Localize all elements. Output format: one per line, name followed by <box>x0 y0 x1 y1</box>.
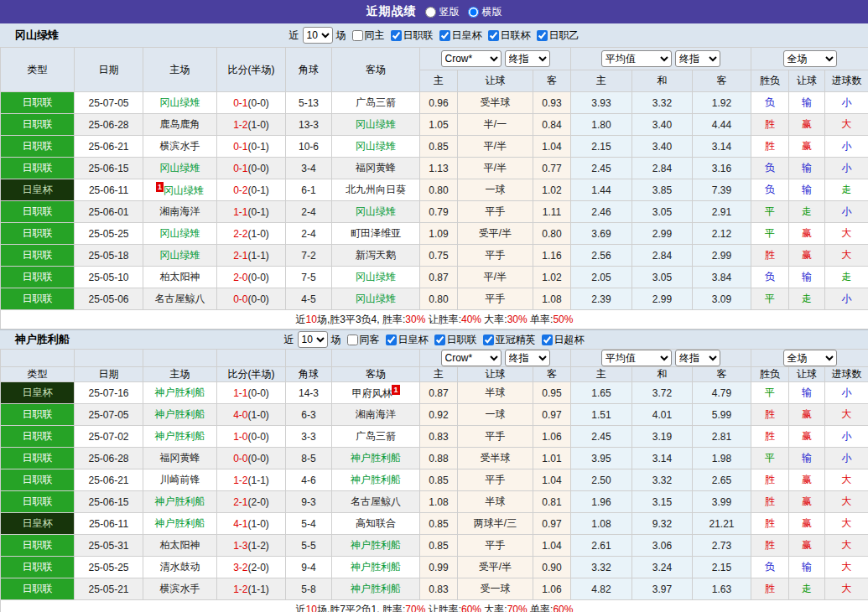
vertical-layout-radio[interactable] <box>425 7 436 18</box>
away-team-name[interactable]: 神户胜利船 <box>351 452 401 464</box>
away-team-name[interactable]: 冈山绿雉 <box>356 205 396 217</box>
away-team-name[interactable]: 福冈黄蜂 <box>356 162 396 174</box>
result-outcome-value: 胜 <box>765 249 775 261</box>
avg-away: 2.91 <box>693 201 751 223</box>
average-select[interactable]: 平均值 <box>601 350 672 366</box>
away-team-name[interactable]: 冈山绿雉 <box>356 118 396 130</box>
table-row: 日职联25-06-28福冈黄蜂0-0(0-0)8-5神户胜利船0.88受半球1.… <box>1 448 868 469</box>
avg-draw: 3.24 <box>632 557 693 578</box>
away-team-name[interactable]: 高知联合 <box>356 517 396 529</box>
sub-header: 胜负 <box>751 70 789 92</box>
odds-home: 1.09 <box>420 223 458 245</box>
away-team-name[interactable]: 神户胜利船 <box>351 539 401 551</box>
result-handicap-value: 赢 <box>802 118 812 130</box>
layout-option-vertical[interactable]: 竖版 <box>425 5 460 19</box>
result-outcome: 平 <box>751 223 789 245</box>
away-team-name[interactable]: 名古屋鲸八 <box>351 495 401 507</box>
away-team-name[interactable]: 北九州向日葵 <box>346 184 406 195</box>
league-checkbox[interactable] <box>391 30 402 41</box>
bookmaker-select[interactable]: Crow* <box>441 50 502 67</box>
handicap-line: 两球半/三 <box>458 513 533 535</box>
league-checkbox[interactable] <box>439 30 450 41</box>
result-goals: 小 <box>825 382 868 404</box>
home-team-name[interactable]: 名古屋鲸八 <box>155 293 205 304</box>
away-team-name[interactable]: 广岛三箭 <box>356 430 396 442</box>
result-handicap: 输 <box>789 179 825 201</box>
home-team-name[interactable]: 福冈黄蜂 <box>160 452 200 464</box>
away-team-name[interactable]: 新泻天鹅 <box>356 249 396 261</box>
odds-home: 0.83 <box>420 578 458 600</box>
avg-draw: 9.32 <box>632 513 693 535</box>
league-checkbox[interactable] <box>483 335 494 345</box>
home-team-name[interactable]: 冈山绿雉 <box>160 249 200 261</box>
recent-count-select[interactable]: 10 <box>298 331 328 348</box>
home-team-name[interactable]: 柏太阳神 <box>160 539 200 551</box>
sub-header: 让球 <box>458 367 533 382</box>
result-outcome: 负 <box>751 92 789 114</box>
league-checkbox[interactable] <box>386 335 397 345</box>
home-team-name[interactable]: 冈山绿雉 <box>160 162 200 174</box>
away-team-name[interactable]: 甲府风林 <box>351 387 392 399</box>
home-team-name[interactable]: 横滨水手 <box>160 583 200 594</box>
home-team-name[interactable]: 柏太阳神 <box>160 271 200 283</box>
away-team-name[interactable]: 町田泽维亚 <box>351 227 401 239</box>
home-team-name[interactable]: 冈山绿雉 <box>164 184 204 196</box>
same-venue-checkbox[interactable] <box>352 30 363 41</box>
final-odds-select[interactable]: 终指 <box>675 50 720 67</box>
away-team-name[interactable]: 神户胜利船 <box>351 583 401 594</box>
home-team-name[interactable]: 清水鼓动 <box>160 561 200 573</box>
home-team-name[interactable]: 湘南海洋 <box>160 205 200 217</box>
handicap-line: 一球 <box>458 179 533 201</box>
league-checkbox[interactable] <box>434 335 445 345</box>
avg-away: 2.99 <box>693 245 751 267</box>
filter-near-label: 近 <box>289 29 299 43</box>
table-row: 日职联25-05-18冈山绿雉2-1(1-1)7-2新泻天鹅0.75平手1.16… <box>1 245 868 267</box>
handicap-line: 平/半 <box>458 158 533 179</box>
away-team-name[interactable]: 冈山绿雉 <box>356 140 396 152</box>
home-team-name[interactable]: 冈山绿雉 <box>160 227 200 239</box>
recent-count-select[interactable]: 10 <box>303 27 333 44</box>
away-team-name[interactable]: 冈山绿雉 <box>356 293 396 304</box>
avg-away: 2.73 <box>693 535 751 557</box>
result-handicap-value: 赢 <box>802 249 812 261</box>
result-outcome-value: 胜 <box>765 118 775 130</box>
horizontal-layout-radio[interactable] <box>468 7 479 18</box>
away-team-name[interactable]: 神户胜利船 <box>351 474 401 485</box>
final-odds-select[interactable]: 终指 <box>505 350 550 366</box>
league-checkbox[interactable] <box>488 30 499 41</box>
same-venue-checkbox[interactable] <box>347 335 358 345</box>
final-odds-select[interactable]: 终指 <box>675 350 720 366</box>
scope-select[interactable]: 全场 <box>783 350 837 366</box>
handicap-line: 平手 <box>458 426 533 448</box>
result-goals-value: 走 <box>842 271 852 283</box>
layout-option-horizontal[interactable]: 横版 <box>468 5 502 19</box>
home-team-name[interactable]: 神户胜利船 <box>155 517 205 529</box>
result-handicap-value: 输 <box>802 96 812 108</box>
section-toolbar: 神户胜利船 近10场同客日皇杯日职联亚冠精英日超杯 <box>0 329 868 349</box>
away-team-cell: 神户胜利船 <box>332 578 420 600</box>
average-select[interactable]: 平均值 <box>601 50 672 67</box>
league-checkbox[interactable] <box>537 30 548 41</box>
home-team-name[interactable]: 冈山绿雉 <box>160 96 200 108</box>
home-team-name[interactable]: 横滨水手 <box>160 140 200 152</box>
bookmaker-select[interactable]: Crow* <box>441 350 502 366</box>
scope-select[interactable]: 全场 <box>783 50 837 67</box>
league-label: 日皇杯 <box>398 333 429 347</box>
score-cell: 2-1(1-1) <box>217 245 286 267</box>
corners-cell: 7-5 <box>286 267 332 288</box>
halftime-score: (2-0) <box>248 496 269 508</box>
home-team-name[interactable]: 神户胜利船 <box>155 408 205 420</box>
home-team-name[interactable]: 鹿岛鹿角 <box>160 118 200 130</box>
home-team-name[interactable]: 川崎前锋 <box>160 474 200 485</box>
away-team-name[interactable]: 神户胜利船 <box>351 561 401 573</box>
final-odds-select[interactable]: 终指 <box>505 50 550 67</box>
away-team-name[interactable]: 湘南海洋 <box>356 408 396 420</box>
away-team-name[interactable]: 广岛三箭 <box>356 96 396 108</box>
league-checkbox[interactable] <box>542 335 553 345</box>
home-team-name[interactable]: 神户胜利船 <box>155 430 205 442</box>
away-team-name[interactable]: 冈山绿雉 <box>356 271 396 283</box>
home-team-name[interactable]: 神户胜利船 <box>155 495 205 507</box>
avg-draw: 3.05 <box>632 267 693 288</box>
avg-home: 3.69 <box>571 223 632 245</box>
home-team-name[interactable]: 神户胜利船 <box>155 386 205 398</box>
